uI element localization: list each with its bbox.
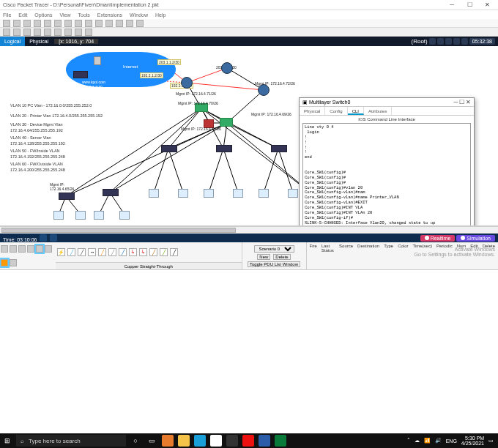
tool-misc-icon[interactable] [136,20,144,27]
access-sw-2[interactable] [103,189,119,196]
realtime-button[interactable]: Realtime [420,235,456,242]
menu-options[interactable]: Options [34,12,52,18]
pdu-tool-icon[interactable] [75,29,82,36]
cable-octal-icon[interactable]: ╱ [149,248,157,256]
cable-straight-icon[interactable]: ╱ [78,248,86,256]
nav-move-icon[interactable] [437,38,444,45]
device-config-window[interactable]: ▣ Multilayer Switch0 ─ ☐ ✕ Physical Conf… [299,97,475,226]
nav-viewport-icon[interactable] [453,38,460,45]
menu-view[interactable]: View [59,12,70,18]
pc-2[interactable] [75,211,86,220]
tray-wifi-icon[interactable]: 📶 [424,438,431,444]
cable-fiber-icon[interactable]: ╱ [98,248,106,256]
router-r1-icon[interactable] [221,62,233,74]
start-button[interactable]: ⊞ [0,433,15,448]
access-sw-4[interactable] [216,145,232,152]
resize-tool-icon[interactable] [64,29,72,36]
pc-8[interactable] [233,189,243,198]
tool-save-icon[interactable] [23,20,31,27]
nav-cluster-icon[interactable] [429,38,436,45]
server-icon[interactable] [94,56,101,65]
maximize-button[interactable]: ☐ [461,1,477,8]
nav-bg-icon[interactable] [445,38,452,45]
cat-router-icon[interactable] [1,245,8,253]
menu-file[interactable]: File [3,12,11,18]
select-tool-icon[interactable] [3,29,10,36]
scenario-delete-button[interactable]: Delete [273,254,290,260]
pc-6[interactable] [178,189,188,198]
tool-undo-icon[interactable] [64,20,72,27]
router-r2-icon[interactable] [258,84,270,96]
cat-hub-icon[interactable] [18,245,26,253]
menu-help[interactable]: Help [155,12,166,18]
canvas-scroll-thumb[interactable] [1,228,236,233]
nav-env-icon[interactable] [461,38,468,45]
tool-paste-icon[interactable] [54,20,62,27]
cat-misc-icon[interactable] [10,259,17,266]
tray-up-icon[interactable]: ˄ [407,438,410,444]
tray-sound-icon[interactable]: 🔊 [435,438,442,444]
power-cycle-icon[interactable] [40,234,47,242]
tool-open-icon[interactable] [13,20,21,27]
cat-end-icon[interactable] [45,245,52,253]
cli-close-button[interactable]: ✕ [466,99,471,105]
tool-zoomin-icon[interactable] [85,20,92,27]
cable-serial-dce-icon[interactable]: ϟ [129,248,137,256]
cortana-icon[interactable]: ○ [130,435,141,447]
menu-window[interactable]: Window [130,12,148,18]
close-button[interactable]: ✕ [479,1,495,8]
tool-copy-icon[interactable] [44,20,51,27]
explorer-icon[interactable] [178,435,190,447]
pc-5[interactable] [149,189,159,198]
access-sw-1[interactable] [59,193,75,200]
cat-wireless-icon[interactable] [27,245,34,253]
fast-forward-icon[interactable] [50,234,57,242]
simulation-button[interactable]: Simulation [456,235,495,242]
cable-auto-icon[interactable]: ⚡ [57,248,65,256]
scenario-select[interactable]: Scenario 0 [254,245,294,253]
opera-icon[interactable] [242,435,254,447]
cli-tab-attributes[interactable]: Attributes [364,107,392,115]
tray-date[interactable]: 4/25/2021 [461,441,484,446]
cli-max-button[interactable]: ☐ [459,99,464,105]
shape-tool-icon[interactable] [54,29,62,36]
delete-tool-icon[interactable] [34,29,41,36]
cli-titlebar[interactable]: ▣ Multilayer Switch0 ─ ☐ ✕ [300,98,474,107]
tool-redo-icon[interactable] [75,20,82,27]
isp-router-icon[interactable] [73,71,88,78]
edge-router-icon[interactable] [181,77,193,89]
cli-tab-cli[interactable]: CLI [348,107,364,115]
tray-cloud-icon[interactable]: ☁ [415,438,420,444]
tab-physical[interactable]: Physical [25,37,53,46]
cable-console-icon[interactable]: ╱ [67,248,75,256]
tab-logical[interactable]: Logical [0,37,25,46]
minimize-button[interactable]: ─ [444,1,460,8]
tool-palette-icon[interactable] [126,20,133,27]
pc-1[interactable] [53,211,64,220]
cli-min-button[interactable]: ─ [453,99,458,105]
cable-custom-icon[interactable]: ╱ [170,248,178,256]
cable-phone-icon[interactable]: ╱ [108,248,116,256]
cable-coax-icon[interactable]: ╱ [119,248,127,256]
pc-10[interactable] [288,189,298,198]
notifications-icon[interactable]: ▭ [488,438,494,444]
menu-tools[interactable]: Tools [78,12,90,18]
cli-tab-config[interactable]: Config [325,107,347,115]
tool-zoomfit-icon[interactable] [105,20,113,27]
canvas-scroll-x[interactable] [0,226,498,234]
complex-pdu-tool-icon[interactable] [85,29,92,36]
inspect-tool-icon[interactable] [44,29,51,36]
menu-extensions[interactable]: Extensions [97,12,122,18]
scenario-new-button[interactable]: New [257,254,270,260]
cable-usb-icon[interactable]: ╱ [160,248,168,256]
pc-7[interactable] [204,189,214,198]
notepad-icon[interactable] [226,435,238,447]
tool-print-icon[interactable] [34,20,41,27]
access-sw-3[interactable] [161,145,177,152]
cat-connections-icon[interactable] [36,245,43,253]
packettracer-icon[interactable] [275,435,286,447]
nav-back-icon[interactable]: (Root) [412,38,428,45]
taskbar-search[interactable]: ⌕ Type here to search [16,435,126,447]
core-sw1-icon[interactable] [220,118,233,127]
cat-switch-icon[interactable] [10,245,17,253]
